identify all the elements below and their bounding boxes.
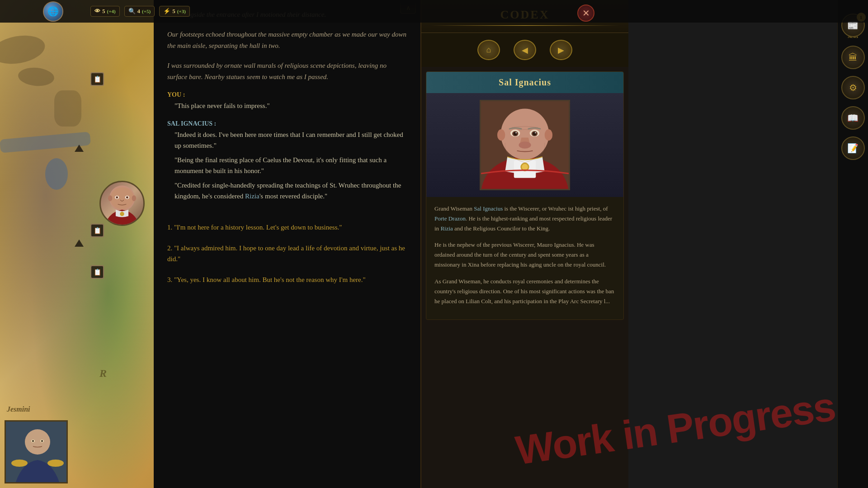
codex-para-2: He is the nephew of the previous Wiscere… — [434, 240, 615, 270]
stat-3-value: 5 — [172, 8, 175, 15]
journal-button[interactable]: 📖 — [841, 106, 865, 130]
portrait-frame — [480, 100, 570, 190]
codex-close-button[interactable]: ✕ — [577, 5, 594, 22]
svg-point-24 — [545, 129, 552, 141]
svg-point-13 — [47, 460, 64, 467]
map-label-jesmini: Jesmini — [7, 405, 30, 413]
map-label-r: R — [99, 367, 107, 380]
stat-badge-2: 🔍 4 (+5) — [124, 6, 155, 17]
character-name: Sal Ignacius — [433, 77, 617, 88]
codex-content[interactable]: Sal Ignacius — [421, 67, 628, 488]
map-marker-3[interactable]: 📋 — [90, 265, 104, 279]
svg-point-21 — [522, 164, 528, 170]
sal-dialogue-line-1: "Indeed it does. I've been here more tim… — [175, 129, 407, 151]
svg-point-11 — [26, 431, 49, 453]
svg-point-8 — [120, 212, 124, 216]
codex-panel: ✕ Codex ⌂ ◀ ▶ Sal Ignacius — [420, 0, 628, 488]
dialogue-area: ∧ ace alongside the entrance after I mot… — [154, 0, 420, 488]
map-marker-1[interactable]: 📋 — [90, 72, 104, 86]
map-marker-2[interactable]: 📋 — [90, 224, 104, 237]
globe-button[interactable]: 🌐 — [43, 1, 63, 22]
character-portrait-on-map — [99, 181, 145, 226]
svg-point-23 — [497, 129, 505, 141]
codex-nav: ⌂ ◀ ▶ — [421, 33, 628, 67]
svg-point-17 — [41, 440, 43, 442]
codex-divider — [430, 25, 619, 26]
sal-dialogue-line-3: "Credited for single-handedly spreading … — [175, 180, 407, 202]
svg-point-12 — [11, 460, 28, 467]
dialogue-block-you: YOU : "This place never fails to impress… — [167, 91, 407, 111]
sal-ignacius-link[interactable]: Sal Ignacius — [474, 205, 503, 212]
speaker-label-you: YOU : — [167, 91, 407, 99]
porte-drazon-link[interactable]: Porte Drazon — [434, 215, 466, 222]
stat-2-bonus: (+5) — [142, 9, 151, 14]
you-dialogue-line: "This place never fails to impress." — [175, 100, 407, 111]
svg-point-1 — [110, 187, 134, 209]
stat-2-value: 4 — [137, 8, 141, 15]
relations-button[interactable]: ⚙ — [841, 76, 865, 99]
svg-point-3 — [132, 195, 136, 201]
small-portrait-player — [5, 420, 68, 483]
sal-portrait-svg — [481, 100, 569, 190]
choice-option-2[interactable]: 2. "I always admired him. I hope to one … — [167, 240, 407, 267]
rizia-link-codex[interactable]: Rizia — [440, 225, 453, 232]
svg-point-6 — [116, 196, 118, 198]
dialogue-block-sal: SAL IGNACIUS : "Indeed it does. I've bee… — [167, 120, 407, 202]
stat-badge-3: ⚡ 5 (+3) — [159, 6, 190, 17]
character-card-sal: Sal Ignacius — [426, 71, 624, 320]
codex-para-3: As Grand Wiseman, he conducts royal cere… — [434, 277, 615, 306]
svg-point-16 — [32, 440, 34, 442]
eye-icon-2: 🔍 — [128, 8, 136, 15]
stat-1-bonus: (+4) — [107, 9, 116, 14]
svg-point-32 — [535, 132, 536, 133]
speaker-label-sal: SAL IGNACIUS : — [167, 120, 407, 127]
svg-point-33 — [519, 141, 531, 149]
svg-point-2 — [108, 195, 112, 201]
character-card-header: Sal Ignacius — [426, 72, 623, 93]
stat-1-value: 5 — [102, 8, 105, 15]
rizia-link-dialogue[interactable]: Rizia — [245, 192, 259, 200]
top-bar: 🌐 👁 5 (+4) 🔍 4 (+5) ⚡ 5 (+3) — [0, 0, 868, 23]
right-sidebar: 📰 1 News 🏛 ⚙ 📖 📝 — [837, 0, 868, 488]
character-portrait-area — [426, 93, 623, 197]
choice-option-1[interactable]: 1. "I'm not here for a history lesson. L… — [167, 220, 407, 235]
svg-point-7 — [126, 196, 128, 198]
narration-text-3: I was surrounded by ornate wall murals o… — [167, 60, 407, 83]
stat-3-bonus: (+3) — [177, 9, 186, 14]
lightning-icon: ⚡ — [163, 8, 170, 15]
choice-option-3[interactable]: 3. "Yes, yes. I know all about him. But … — [167, 272, 407, 287]
eye-icon-1: 👁 — [94, 8, 100, 15]
codex-home-button[interactable]: ⌂ — [477, 40, 500, 60]
codex-back-button[interactable]: ◀ — [514, 40, 536, 60]
notes-button[interactable]: 📝 — [841, 136, 865, 160]
dialogue-scroll[interactable]: ace alongside the entrance after I motio… — [154, 0, 420, 488]
institution-button[interactable]: 🏛 — [841, 46, 865, 69]
narration-text-2: Our footsteps echoed throughout the mass… — [167, 29, 407, 52]
codex-body-text: Grand Wiseman Sal Ignacius is the Wiscer… — [426, 197, 623, 319]
codex-forward-button[interactable]: ▶ — [550, 40, 572, 60]
sal-dialogue-line-2: "Being the final resting place of Caelus… — [175, 155, 407, 176]
stat-badge-1: 👁 5 (+4) — [90, 6, 120, 17]
svg-point-31 — [515, 132, 517, 133]
map-area: 📋 📋 📋 — [0, 0, 154, 488]
